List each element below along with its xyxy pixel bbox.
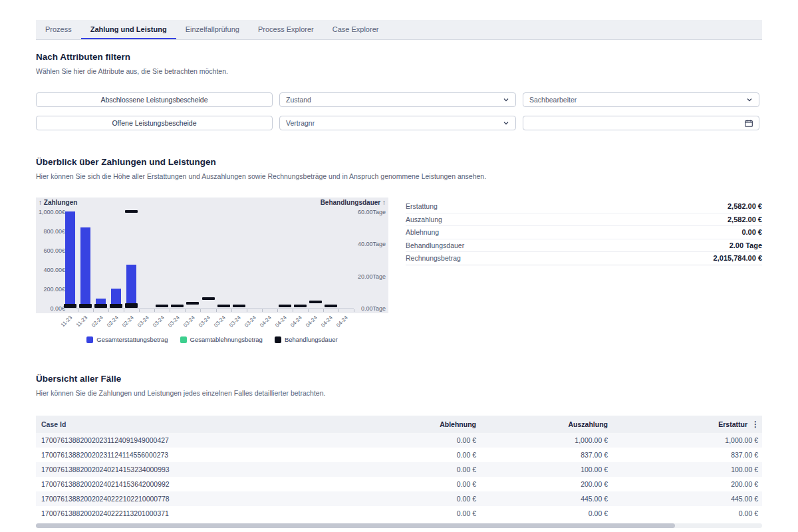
cell-case-id: 170076138820020240222113201000371 [36,509,371,517]
x-axis-label: 03-24 [182,315,196,329]
legend-item-behandlungsdauer: Behandlungsdauer [275,336,338,343]
behandlungsdauer-marker[interactable] [186,302,199,305]
bar-gesamterstattungsbetrag[interactable] [126,265,136,308]
kpi-row: Auszahlung2,582.00 € [406,213,762,227]
x-axis-label: 04-24 [335,315,349,329]
legend-swatch [86,336,93,343]
left-axis-tick: 200.00€ [39,286,65,293]
x-axis-label: 03-24 [213,315,227,329]
legend-label: Gesamterstattungsbetrag [96,336,168,343]
vertragnr-dropdown[interactable]: Vertragnr [279,116,516,130]
cell-case-id: 170076138820020240214153642000992 [36,480,371,488]
behandlungsdauer-marker[interactable] [279,305,291,307]
kpi-value: 2,582.00 € [728,202,762,210]
payments-chart: ↑ Zahlungen Behandlungsdauer ↑ 1,000.00€… [36,198,388,343]
cell-erstattung: 445.00 € [608,495,762,503]
cell-erstattung: 200.00 € [608,480,762,488]
cell-erstattung: 1,000.00 € [608,436,762,444]
cell-ablehnung: 0.00 € [371,480,476,488]
tab-case-explorer[interactable]: Case Explorer [323,20,388,39]
cell-ablehnung: 0.00 € [371,451,476,459]
x-tick-mark [216,309,217,312]
tab-zahlung-und-leistung[interactable]: Zahlung und Leistung [81,20,176,39]
behandlungsdauer-marker[interactable] [110,304,122,307]
behandlungsdauer-marker[interactable] [294,305,307,307]
legend-label: Gesamtablehnungsbetrag [190,336,263,343]
table-row[interactable]: 1700761388200202402221022100007780.00 €4… [36,491,762,506]
x-axis-line [63,308,354,309]
x-axis-label: 02-24 [121,315,135,329]
behandlungsdauer-marker[interactable] [64,304,76,307]
legend-item-gesamterstattungsbetrag: Gesamterstattungsbetrag [86,336,168,343]
chevron-down-icon [503,96,509,103]
zustand-dropdown-value: Zustand [286,96,503,104]
kpi-label: Rechnungsbetrag [406,254,461,262]
sachbearbeiter-dropdown-value: Sachbearbeiter [529,96,746,104]
x-axis-label: 04-24 [305,315,319,329]
column-header-auszahlung[interactable]: Auszahlung [476,420,608,428]
open-benefit-notices-button[interactable]: Offene Leistungsbescheide [36,116,273,130]
right-axis-tick: 0.00Tage [361,305,386,312]
vertragnr-dropdown-value: Vertragnr [286,119,503,127]
cell-erstattung: 837.00 € [608,451,762,459]
zustand-dropdown[interactable]: Zustand [279,92,516,107]
column-header-erstattung-label: Erstattur [718,420,747,428]
right-axis-tick: 20.00Tage [358,273,386,280]
page-content: ProzessZahlung und LeistungEinzelfallprü… [36,20,762,528]
column-header-ablehnung[interactable]: Ablehnung [371,420,476,428]
behandlungsdauer-base-marker [125,303,138,308]
tab-process-explorer[interactable]: Process Explorer [249,20,323,39]
cell-erstattung: 100.00 € [608,466,762,473]
table-row[interactable]: 1700761388200202402221132010003710.00 €0… [36,506,762,521]
x-tick-mark [78,309,78,312]
date-range-field[interactable] [523,116,759,130]
behandlungsdauer-marker[interactable] [94,304,107,307]
scrollbar-thumb[interactable] [36,523,675,528]
filter-grid: Abschlossene Leistungsbescheide Zustand … [36,92,762,130]
table-row[interactable]: 1700761388200202402141532340009930.00 €1… [36,462,762,477]
x-axis-label: 03-24 [228,315,242,329]
behandlungsdauer-marker[interactable] [171,305,184,307]
tab-prozess[interactable]: Prozess [36,20,81,39]
kpi-value: 2.00 Tage [730,241,762,249]
table-row[interactable]: 1700761388200202402141536420009920.00 €2… [36,477,762,491]
chart-x-labels: 11-2311-2302-2402-2402-2403-2403-2403-24… [36,313,388,333]
x-tick-mark [124,309,124,312]
kpi-label: Auszahlung [406,215,442,223]
column-menu-icon[interactable]: ⋮ [751,420,759,428]
bar-gesamterstattungsbetrag[interactable] [65,211,75,308]
table-row[interactable]: 1700761388200202311240919490004270.00 €1… [36,433,762,448]
behandlungsdauer-marker[interactable] [125,210,138,213]
column-header-erstattung[interactable]: Erstattur ⋮ [608,420,762,428]
x-tick-mark [354,309,354,312]
cell-case-id: 170076138820020240214153234000993 [36,466,371,473]
behandlungsdauer-marker[interactable] [156,305,168,307]
column-header-case-id[interactable]: Case Id [36,420,371,428]
behandlungsdauer-marker[interactable] [202,297,215,300]
tab-einzelfallpr-fung[interactable]: Einzelfallprüfung [176,20,249,39]
behandlungsdauer-marker[interactable] [325,305,337,307]
legend-item-gesamtablehnungsbetrag: Gesamtablehnungsbetrag [180,336,263,343]
x-tick-mark [170,309,170,312]
kpi-label: Ablehnung [406,228,439,236]
x-tick-mark [308,309,309,312]
sachbearbeiter-dropdown[interactable]: Sachbearbeiter [523,92,759,107]
behandlungsdauer-marker[interactable] [233,305,245,307]
behandlungsdauer-marker[interactable] [309,301,322,303]
x-axis-label: 03-24 [136,315,150,329]
legend-swatch [275,336,281,343]
behandlungsdauer-marker[interactable] [217,305,230,307]
cases-table-header: Case Id Ablehnung Auszahlung Erstattur ⋮ [36,416,762,433]
table-row[interactable]: 1700761388200202311241145560002730.00 €8… [36,448,762,462]
x-axis-label: 11-23 [59,315,72,328]
closed-benefit-notices-button[interactable]: Abschlossene Leistungsbescheide [36,92,273,107]
cell-auszahlung: 0.00 € [476,509,608,517]
bar-gesamterstattungsbetrag[interactable] [80,227,90,308]
left-axis-tick: 600.00€ [39,247,65,254]
kpi-row: Ablehnung0.00 € [406,226,762,239]
x-tick-mark [262,309,263,312]
behandlungsdauer-marker[interactable] [79,304,92,307]
x-tick-mark [293,309,293,312]
calendar-icon [745,120,753,127]
cell-ablehnung: 0.00 € [371,466,476,473]
